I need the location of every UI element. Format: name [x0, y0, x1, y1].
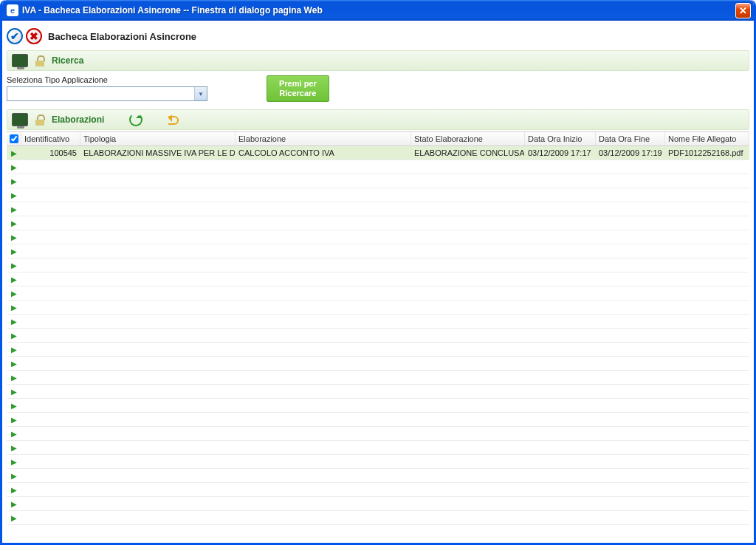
row-expand-icon[interactable]: ▶: [7, 343, 21, 356]
col-elaborazione[interactable]: Elaborazione: [236, 132, 411, 145]
row-expand-icon[interactable]: ▶: [7, 385, 21, 398]
cell-elaborazione: [236, 469, 411, 482]
select-all-checkbox[interactable]: [10, 134, 18, 143]
row-expand-icon[interactable]: ▶: [7, 371, 21, 384]
cell-inizio: [525, 315, 596, 328]
cell-elaborazione: [236, 216, 411, 230]
table-row[interactable]: ▶: [7, 202, 749, 216]
cell-elaborazione: [236, 160, 411, 174]
cell-fine: [596, 511, 665, 524]
row-expand-icon[interactable]: ▶: [7, 399, 21, 412]
cell-tipologia: [80, 216, 236, 230]
row-expand-icon[interactable]: ▶: [7, 497, 21, 510]
confirm-button[interactable]: ✔: [7, 28, 23, 44]
row-expand-icon[interactable]: ▶: [7, 216, 21, 230]
row-expand-icon[interactable]: ▶: [7, 174, 21, 188]
cell-tipologia: [80, 455, 236, 468]
table-row[interactable]: ▶: [7, 371, 749, 385]
chevron-down-icon[interactable]: ▼: [194, 87, 207, 100]
row-expand-icon[interactable]: ▶: [7, 441, 21, 454]
table-row[interactable]: ▶: [7, 174, 749, 188]
col-file[interactable]: Nome File Allegato: [665, 132, 749, 145]
table-row[interactable]: ▶100545ELABORAZIONI MASSIVE IVA PER LE D…: [7, 146, 749, 160]
table-row[interactable]: ▶: [7, 272, 749, 287]
row-expand-icon[interactable]: ▶: [7, 188, 21, 202]
table-row[interactable]: ▶: [7, 258, 749, 272]
table-row[interactable]: ▶: [7, 244, 749, 258]
table-row[interactable]: ▶: [7, 455, 749, 469]
row-expand-icon[interactable]: ▶: [7, 483, 21, 496]
cell-stato: [411, 272, 525, 286]
table-row[interactable]: ▶: [7, 315, 749, 329]
cell-id: [21, 399, 80, 412]
cell-tipologia: [80, 441, 236, 454]
cell-file: [665, 301, 749, 314]
cell-fine: [596, 357, 665, 370]
row-expand-icon[interactable]: ▶: [7, 160, 21, 174]
table-row[interactable]: ▶: [7, 160, 749, 174]
table-row[interactable]: ▶: [7, 230, 749, 244]
cell-elaborazione: [236, 258, 411, 272]
row-expand-icon[interactable]: ▶: [7, 511, 21, 524]
cancel-button[interactable]: ✖: [26, 28, 42, 44]
cell-fine: [596, 441, 665, 454]
table-row[interactable]: ▶: [7, 287, 749, 301]
row-expand-icon[interactable]: ▶: [7, 357, 21, 370]
cell-id: [21, 188, 80, 202]
cell-id: [21, 315, 80, 328]
app-type-dropdown[interactable]: ▼: [7, 86, 207, 101]
col-stato[interactable]: Stato Elaborazione: [411, 132, 525, 145]
row-expand-icon[interactable]: ▶: [7, 287, 21, 300]
table-row[interactable]: ▶: [7, 469, 749, 483]
col-tipologia[interactable]: Tipologia: [80, 132, 236, 145]
row-expand-icon[interactable]: ▶: [7, 244, 21, 258]
row-expand-icon[interactable]: ▶: [7, 272, 21, 286]
cell-inizio: [525, 469, 596, 482]
row-expand-icon[interactable]: ▶: [7, 413, 21, 426]
row-expand-icon[interactable]: ▶: [7, 469, 21, 482]
table-row[interactable]: ▶: [7, 483, 749, 497]
col-inizio[interactable]: Data Ora Inizio: [525, 132, 596, 145]
row-expand-icon[interactable]: ▶: [7, 427, 21, 440]
row-expand-icon[interactable]: ▶: [7, 455, 21, 468]
row-expand-icon[interactable]: ▶: [7, 301, 21, 314]
refresh-icon[interactable]: [129, 113, 142, 126]
monitor-icon: [12, 113, 28, 126]
cell-file: [665, 329, 749, 342]
row-expand-icon[interactable]: ▶: [7, 329, 21, 342]
table-row[interactable]: ▶: [7, 427, 749, 441]
row-expand-icon[interactable]: ▶: [7, 258, 21, 272]
cell-elaborazione: [236, 230, 411, 244]
table-row[interactable]: ▶: [7, 385, 749, 399]
table-row[interactable]: ▶: [7, 399, 749, 413]
close-button[interactable]: ✕: [735, 3, 751, 18]
cell-inizio: [525, 511, 596, 524]
table-row[interactable]: ▶: [7, 441, 749, 455]
col-fine[interactable]: Data Ora Fine: [596, 132, 665, 145]
table-row[interactable]: ▶: [7, 357, 749, 371]
col-identificativo[interactable]: Identificativo: [21, 132, 80, 145]
cell-tipologia: [80, 357, 236, 370]
cell-inizio: [525, 455, 596, 468]
search-button[interactable]: Premi per Ricercare: [267, 75, 329, 102]
row-expand-icon[interactable]: ▶: [7, 202, 21, 216]
row-expand-icon[interactable]: ▶: [7, 146, 21, 160]
table-row[interactable]: ▶: [7, 511, 749, 525]
table-row[interactable]: ▶: [7, 329, 749, 343]
cell-inizio: [525, 441, 596, 454]
table-row[interactable]: ▶: [7, 188, 749, 202]
cell-fine: [596, 301, 665, 314]
table-row[interactable]: ▶: [7, 413, 749, 427]
table-row[interactable]: ▶: [7, 343, 749, 357]
search-button-line2: Ricercare: [279, 89, 317, 98]
table-row[interactable]: ▶: [7, 497, 749, 511]
row-expand-icon[interactable]: ▶: [7, 230, 21, 244]
table-row[interactable]: ▶: [7, 216, 749, 230]
cell-stato: [411, 399, 525, 412]
row-expand-icon[interactable]: ▶: [7, 315, 21, 328]
cell-file: [665, 174, 749, 188]
elaborazioni-label: Elaborazioni: [52, 114, 104, 125]
cell-elaborazione: [236, 329, 411, 342]
undo-icon[interactable]: [165, 114, 179, 125]
table-row[interactable]: ▶: [7, 301, 749, 315]
